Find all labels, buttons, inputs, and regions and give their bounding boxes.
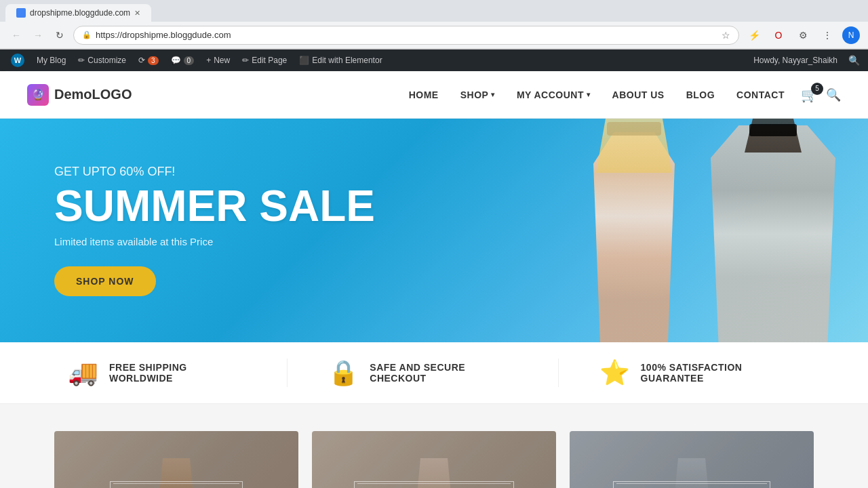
elementor-icon: ⬛	[299, 56, 309, 65]
nav-my-account[interactable]: MY ACCOUNT ▾	[509, 84, 599, 106]
my-blog-label: My Blog	[37, 56, 66, 65]
browser-addressbar: ← → ↻ 🔒 https://dropshipme.bloggdude.com…	[0, 22, 868, 49]
hero-image-area	[347, 119, 868, 342]
hero-banner: GET UPTO 60% OFF! SUMMER SALE Limited it…	[0, 119, 868, 342]
browser-chrome: dropshipme.bloggdude.com ✕ ← → ↻ 🔒 https…	[0, 0, 868, 49]
products-grid: MEN SHIRTS WOMEN SHIRTS	[41, 431, 827, 488]
edit-page-item[interactable]: ✏ Edit Page	[237, 49, 292, 71]
edit-elementor-item[interactable]: ⬛ Edit with Elementor	[294, 49, 387, 71]
customize-icon: ✏	[78, 56, 85, 65]
reload-button[interactable]: ↻	[52, 27, 68, 43]
my-blog-item[interactable]: My Blog	[31, 49, 71, 71]
updates-icon: ⟳	[138, 56, 145, 65]
browser-tabs: dropshipme.bloggdude.com ✕	[0, 0, 868, 22]
new-icon: +	[206, 56, 211, 65]
browser-actions: ⚡ O ⚙ ⋮ N	[745, 26, 860, 45]
product-card-women-shirts[interactable]: WOMEN SHIRTS	[312, 431, 556, 488]
product-card-1-bg: MEN SHIRTS	[54, 431, 298, 488]
search-button[interactable]: 🔍	[826, 87, 841, 102]
site-nav: HOME SHOP ▾ MY ACCOUNT ▾ ABOUT US BLOG C…	[401, 84, 793, 106]
feature-secure-text: SAFE AND SECURE CHECKOUT	[370, 362, 517, 384]
edit-page-label: Edit Page	[252, 56, 287, 65]
edit-elementor-label: Edit with Elementor	[312, 56, 382, 65]
back-button[interactable]: ←	[8, 27, 24, 43]
nav-contact[interactable]: CONTACT	[728, 84, 793, 106]
tab-close[interactable]: ✕	[134, 9, 140, 18]
updates-item[interactable]: ⟳ 3	[133, 49, 164, 71]
wp-admin-bar: W My Blog ✏ Customize ⟳ 3 💬 0 + New ✏ Ed…	[0, 49, 868, 71]
nav-shop[interactable]: SHOP ▾	[452, 84, 503, 106]
shop-dropdown-arrow: ▾	[491, 91, 495, 98]
product-overlay-3: MEN CLOTHING	[570, 431, 814, 488]
guarantee-icon: ⭐	[599, 359, 630, 387]
nav-home[interactable]: HOME	[401, 84, 447, 106]
admin-right: Howdy, Nayyar_Shaikh 🔍	[748, 52, 863, 68]
customize-label: Customize	[87, 56, 126, 65]
account-dropdown-arrow: ▾	[587, 91, 591, 98]
feature-guarantee-text: 100% SATISFACTION GUARANTEE	[641, 362, 800, 384]
profile-button[interactable]: N	[842, 26, 860, 44]
nav-icons: 🛒 5 🔍	[801, 87, 841, 103]
edit-icon: ✏	[242, 56, 249, 65]
tab-title: dropshipme.bloggdude.com	[30, 8, 130, 18]
hero-models	[347, 119, 868, 342]
hero-description: Limited items available at this Price	[54, 236, 375, 247]
comments-badge: 0	[184, 56, 195, 65]
site-logo[interactable]: 🔮 DemoLOGO	[27, 84, 132, 106]
hero-title: SUMMER SALE	[54, 184, 375, 228]
wp-logo-item[interactable]: W	[5, 49, 30, 71]
logo-text: DemoLOGO	[54, 87, 132, 102]
opera-icon[interactable]: O	[769, 26, 788, 45]
features-strip: 🚚 FREE SHIPPING WORLDWIDE 🔒 SAFE AND SEC…	[0, 342, 868, 404]
address-bar[interactable]: 🔒 https://dropshipme.bloggdude.com ☆	[73, 26, 739, 45]
browser-tab[interactable]: dropshipme.bloggdude.com ✕	[5, 4, 151, 22]
products-section: MEN SHIRTS WOMEN SHIRTS	[0, 404, 868, 488]
comments-item[interactable]: 💬 0	[165, 49, 200, 71]
url-text: https://dropshipme.bloggdude.com	[96, 30, 717, 40]
feature-guarantee: ⭐ 100% SATISFACTION GUARANTEE	[559, 359, 841, 387]
new-item[interactable]: + New	[201, 49, 235, 71]
new-label: New	[214, 56, 230, 65]
product-card-men-clothing[interactable]: MEN CLOTHING	[570, 431, 814, 488]
product-card-men-shirts[interactable]: MEN SHIRTS	[54, 431, 298, 488]
settings-button[interactable]: ⚙	[793, 26, 812, 45]
secure-icon: 🔒	[328, 359, 359, 387]
product-overlay-1: MEN SHIRTS	[54, 431, 298, 488]
howdy-text: Howdy, Nayyar_Shaikh	[748, 56, 843, 65]
feature-secure: 🔒 SAFE AND SECURE CHECKOUT	[288, 359, 558, 387]
tab-favicon	[16, 8, 26, 18]
extensions-button[interactable]: ⚡	[745, 26, 764, 45]
feature-shipping-text: FREE SHIPPING WORLDWIDE	[109, 362, 246, 384]
product-card-2-bg: WOMEN SHIRTS	[312, 431, 556, 488]
product-overlay-2: WOMEN SHIRTS	[312, 431, 556, 488]
cart-count: 5	[811, 83, 823, 95]
lock-icon: 🔒	[82, 30, 92, 39]
cart-button[interactable]: 🛒 5	[801, 87, 818, 103]
nav-blog[interactable]: BLOG	[678, 84, 723, 106]
shipping-icon: 🚚	[68, 359, 98, 387]
hero-content: GET UPTO 60% OFF! SUMMER SALE Limited it…	[54, 165, 375, 296]
forward-button[interactable]: →	[30, 27, 46, 43]
wp-logo: W	[11, 54, 24, 67]
update-badge: 3	[148, 56, 159, 65]
more-button[interactable]: ⋮	[818, 26, 837, 45]
nav-about-us[interactable]: ABOUT US	[604, 84, 673, 106]
comments-icon: 💬	[171, 56, 181, 65]
shop-now-button[interactable]: SHOP NOW	[54, 266, 156, 296]
customize-item[interactable]: ✏ Customize	[73, 49, 132, 71]
site-header: 🔮 DemoLOGO HOME SHOP ▾ MY ACCOUNT ▾ ABOU…	[0, 71, 868, 119]
bookmark-icon[interactable]: ☆	[722, 30, 730, 41]
feature-shipping: 🚚 FREE SHIPPING WORLDWIDE	[27, 359, 288, 387]
product-card-3-bg: MEN CLOTHING	[570, 431, 814, 488]
admin-search-button[interactable]: 🔍	[846, 52, 863, 68]
hero-subtitle: GET UPTO 60% OFF!	[54, 165, 375, 179]
logo-icon: 🔮	[27, 84, 49, 106]
